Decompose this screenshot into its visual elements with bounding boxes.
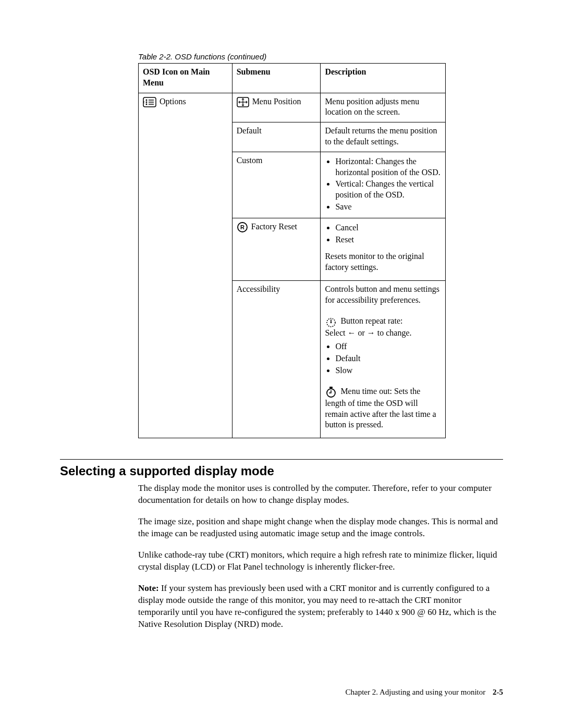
factory-reset-bullet-list: Cancel Reset	[328, 223, 441, 245]
svg-text:R: R	[240, 224, 244, 230]
table-row: Options Menu Position	[139, 93, 446, 122]
section-body: The display mode the monitor uses is con…	[138, 483, 503, 630]
svg-point-1	[146, 99, 148, 101]
arrow-left-icon: ←	[347, 328, 356, 337]
list-item: Vertical: Changes the vertical position …	[335, 179, 441, 201]
menu-timeout-icon	[325, 386, 337, 398]
repeat-rate-label: Button repeat rate:	[340, 316, 402, 325]
menu-position-icon	[237, 97, 249, 107]
table-header-row: OSD Icon on Main Menu Submenu Descriptio…	[139, 64, 446, 93]
footer-chapter: Chapter 2. Adjusting and using your moni…	[346, 688, 486, 696]
svg-point-5	[146, 103, 148, 105]
note-body: If your system has previously been used …	[138, 583, 496, 629]
accessibility-intro: Controls button and menu settings for ac…	[325, 284, 441, 306]
header-description: Description	[321, 64, 446, 93]
custom-bullet-list: Horizontal: Changes the horizontal posit…	[328, 156, 441, 213]
repeat-select-prefix: Select	[325, 328, 345, 337]
paragraph: Unlike cathode-ray tube (CRT) monitors, …	[138, 549, 503, 573]
cell-desc-custom: Horizontal: Changes the horizontal posit…	[321, 152, 446, 218]
repeat-bullet-list: Off Default Slow	[328, 341, 441, 376]
options-icon	[143, 97, 156, 107]
cell-desc-accessibility: Controls button and menu settings for ac…	[321, 280, 446, 438]
list-item: Horizontal: Changes the horizontal posit…	[335, 156, 441, 178]
submenu-label: Menu Position	[252, 97, 301, 106]
cell-submenu-default: Default	[232, 122, 321, 152]
accessibility-timeout-block: Menu time out: Sets the length of time t…	[325, 386, 441, 430]
list-item: Slow	[335, 365, 441, 376]
paragraph: The display mode the monitor uses is con…	[138, 483, 503, 507]
main-label: Options	[160, 97, 186, 106]
svg-point-14	[331, 322, 332, 323]
svg-rect-16	[329, 387, 333, 388]
svg-point-3	[146, 101, 148, 103]
section-divider	[60, 459, 503, 460]
page: Table 2-2. OSD functions (continued) OSD…	[0, 0, 563, 728]
cell-submenu-factory-reset: R Factory Reset	[232, 218, 321, 280]
factory-reset-after-text: Resets monitor to the original factory s…	[325, 251, 441, 273]
table-caption: Table 2-2. OSD functions (continued)	[138, 52, 503, 61]
cell-desc-default: Default returns the menu position to the…	[321, 122, 446, 152]
factory-reset-icon: R	[237, 221, 248, 233]
osd-functions-table: OSD Icon on Main Menu Submenu Descriptio…	[138, 63, 446, 438]
section-heading: Selecting a supported display mode	[60, 464, 503, 478]
menu-timeout-text: Menu time out: Sets the length of time t…	[325, 386, 436, 429]
accessibility-repeat-block: Button repeat rate: Select ← or → to cha…	[325, 315, 441, 339]
cell-desc-factory-reset: Cancel Reset Resets monitor to the origi…	[321, 218, 446, 280]
note-paragraph: Note: If your system has previously been…	[138, 583, 503, 631]
repeat-select-suffix: to change.	[377, 328, 412, 337]
cell-submenu-custom: Custom	[232, 152, 321, 218]
submenu-label: Factory Reset	[251, 222, 297, 231]
repeat-select-middle: or	[358, 328, 364, 337]
footer-page-number: 2-5	[493, 688, 503, 696]
list-item: Cancel	[335, 223, 441, 233]
list-item: Default	[335, 353, 441, 364]
header-submenu: Submenu	[232, 64, 321, 93]
cell-submenu-accessibility: Accessibility	[232, 280, 321, 438]
paragraph: The image size, position and shape might…	[138, 516, 503, 540]
repeat-rate-icon	[325, 315, 337, 328]
cell-submenu-menu-position: Menu Position	[232, 93, 321, 122]
list-item: Off	[335, 341, 441, 352]
cell-main-options: Options	[139, 93, 232, 438]
list-item: Reset	[335, 235, 441, 245]
arrow-right-icon: →	[367, 328, 375, 337]
page-footer: Chapter 2. Adjusting and using your moni…	[346, 688, 503, 697]
note-label: Note:	[138, 583, 159, 593]
list-item: Save	[335, 202, 441, 213]
cell-desc-menu-position: Menu position adjusts menu location on t…	[321, 93, 446, 122]
header-main: OSD Icon on Main Menu	[139, 64, 232, 93]
